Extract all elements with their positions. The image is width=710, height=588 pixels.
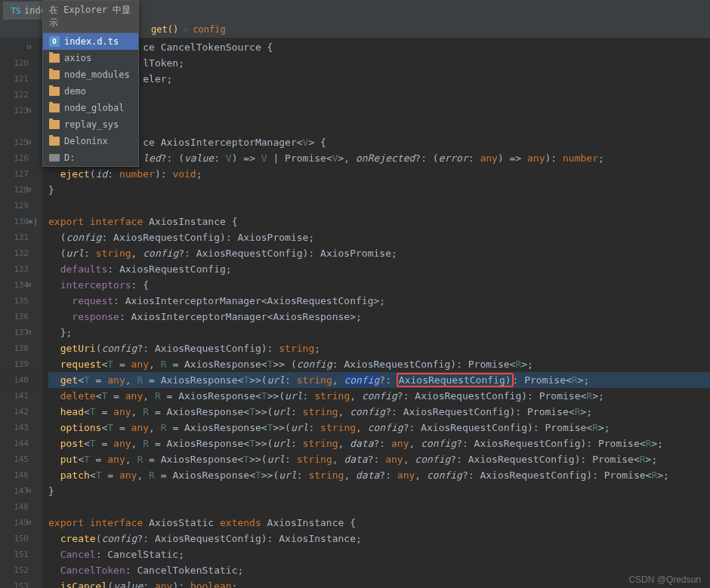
line-number[interactable]: 132 [0, 245, 42, 261]
line-number[interactable]: 128⊟ [0, 182, 42, 198]
code-editor[interactable]: ce CancelTokenSource { lToken; eler; ce … [42, 38, 710, 588]
code-line[interactable]: export interface AxiosStatic extends Axi… [48, 515, 710, 531]
code-line[interactable]: defaults: AxiosRequestConfig; [48, 261, 710, 277]
code-line[interactable] [48, 87, 710, 103]
line-number[interactable]: 130«|⊟ [0, 214, 42, 229]
folder-icon [49, 137, 60, 146]
folder-icon [49, 87, 60, 96]
menu-item-label: node_modules [64, 69, 130, 80]
code-line[interactable]: export interface AxiosInstance { [48, 214, 710, 229]
code-line[interactable]: head<T = any, R = AxiosResponse<T>>(url:… [48, 404, 710, 420]
code-line[interactable]: lToken; [48, 55, 710, 71]
code-line[interactable]: interceptors: { [48, 277, 710, 293]
folder-icon [49, 103, 60, 112]
line-number[interactable] [0, 119, 42, 134]
line-number[interactable]: 147⊟ [0, 483, 42, 499]
line-number[interactable]: 146 [0, 467, 42, 483]
menu-item-label: axios [64, 53, 91, 63]
code-line[interactable]: getUri(config?: AxiosRequestConfig): str… [48, 340, 710, 356]
line-number[interactable]: 134⊟ [0, 277, 42, 293]
menu-item-folder[interactable]: Deloninx [43, 133, 138, 149]
code-line[interactable]: put<T = any, R = AxiosResponse<T>>(url: … [48, 451, 710, 467]
menu-item-file[interactable]: O index.d.ts [43, 33, 138, 50]
gutter[interactable]: ⊟ 120 121 122 123⊟ 125⊟ 126 127 128⊟ 129… [0, 38, 42, 588]
menu-item-disk[interactable]: D: [43, 149, 138, 166]
line-number[interactable]: 121 [0, 71, 42, 87]
breadcrumb-method[interactable]: get() [151, 24, 178, 35]
code-line[interactable]: ce AxiosInterceptorManager<V> { [48, 134, 710, 150]
line-number[interactable]: 152 [0, 562, 42, 578]
line-number[interactable]: 144 [0, 436, 42, 451]
code-line[interactable]: request<T = any, R = AxiosResponse<T>> (… [48, 356, 710, 372]
line-number[interactable]: 150 [0, 531, 42, 546]
watermark: CSDN @Qredsun [628, 574, 701, 585]
code-line[interactable]: led?: (value: V) => V | Promise<V>, onRe… [48, 150, 710, 166]
line-number[interactable]: 133 [0, 261, 42, 277]
code-line[interactable] [48, 198, 710, 214]
line-number-current[interactable]: 140 [0, 372, 42, 388]
line-number[interactable]: 143 [0, 420, 42, 436]
menu-item-folder[interactable]: node_global [43, 100, 138, 116]
menu-item-folder[interactable]: demo [43, 83, 138, 100]
breadcrumb-param[interactable]: config [193, 24, 225, 35]
code-line[interactable]: create(config?: AxiosRequestConfig): Axi… [48, 531, 710, 546]
line-number[interactable]: 136 [0, 309, 42, 325]
ts-file-icon: TS [11, 5, 21, 16]
line-number[interactable]: 153 [0, 578, 42, 588]
line-number[interactable]: 139 [0, 356, 42, 372]
line-number[interactable]: 135 [0, 293, 42, 309]
folder-icon [49, 120, 60, 129]
code-line[interactable]: ce CancelTokenSource { [48, 39, 710, 55]
line-number[interactable]: 123⊟ [0, 103, 42, 119]
line-number[interactable]: 126 [0, 150, 42, 166]
code-line[interactable]: eject(id: number): void; [48, 166, 710, 182]
code-line[interactable] [48, 499, 710, 515]
code-line[interactable]: options<T = any, R = AxiosResponse<T>>(u… [48, 420, 710, 436]
line-number[interactable]: 137⊟ [0, 325, 42, 340]
menu-item-folder[interactable]: node_modules [43, 66, 138, 83]
line-number[interactable]: 151 [0, 546, 42, 562]
code-line[interactable]: } [48, 182, 710, 198]
object-file-icon: O [49, 36, 60, 47]
code-line[interactable]: delete<T = any, R = AxiosResponse<T>>(ur… [48, 388, 710, 404]
code-line[interactable]: (config: AxiosRequestConfig): AxiosPromi… [48, 229, 710, 245]
menu-item-label: node_global [64, 103, 124, 113]
folder-icon [49, 54, 60, 63]
code-line[interactable]: }; [48, 325, 710, 340]
line-number[interactable]: 149⊟ [0, 515, 42, 531]
line-number[interactable]: 138 [0, 340, 42, 356]
code-line[interactable]: isCancel(value: any): boolean; [48, 578, 710, 588]
code-line[interactable]: response: AxiosInterceptorManager<AxiosR… [48, 309, 710, 325]
line-number[interactable]: 127 [0, 166, 42, 182]
line-number[interactable]: 148 [0, 499, 42, 515]
line-number[interactable]: 141 [0, 388, 42, 404]
code-line[interactable] [48, 119, 710, 134]
line-number[interactable]: 125⊟ [0, 134, 42, 150]
line-number[interactable]: 131 [0, 229, 42, 245]
code-line[interactable]: post<T = any, R = AxiosResponse<T>>(url:… [48, 436, 710, 451]
menu-item-label: replay_sys [64, 119, 119, 130]
code-line[interactable]: } [48, 483, 710, 499]
code-line[interactable]: (url: string, config?: AxiosRequestConfi… [48, 245, 710, 261]
code-line[interactable] [48, 103, 710, 119]
menu-item-folder[interactable]: axios [43, 50, 138, 66]
code-line[interactable]: CancelToken: CancelTokenStatic; [48, 562, 710, 578]
code-line[interactable]: patch<T = any, R = AxiosResponse<T>>(url… [48, 467, 710, 483]
code-line[interactable]: eler; [48, 71, 710, 87]
context-menu: 在 Explorer 中显示 O index.d.ts axios node_m… [42, 0, 139, 167]
menu-item-folder[interactable]: replay_sys [43, 116, 138, 133]
folder-icon [49, 70, 60, 79]
line-number[interactable]: 142 [0, 404, 42, 420]
menu-item-label: index.d.ts [64, 36, 119, 47]
code-line-current[interactable]: get<T = any, R = AxiosResponse<T>>(url: … [48, 372, 710, 388]
menu-item-label: D: [64, 152, 75, 163]
code-line[interactable]: Cancel: CancelStatic; [48, 546, 710, 562]
line-number[interactable]: 129 [0, 198, 42, 214]
disk-icon [49, 154, 60, 162]
code-line[interactable]: request: AxiosInterceptorManager<AxiosRe… [48, 293, 710, 309]
line-number[interactable]: ⊟ [0, 39, 42, 55]
line-number[interactable]: 120 [0, 55, 42, 71]
line-number[interactable]: 145 [0, 451, 42, 467]
chevron-right-icon: › [183, 24, 188, 35]
line-number[interactable]: 122 [0, 87, 42, 103]
